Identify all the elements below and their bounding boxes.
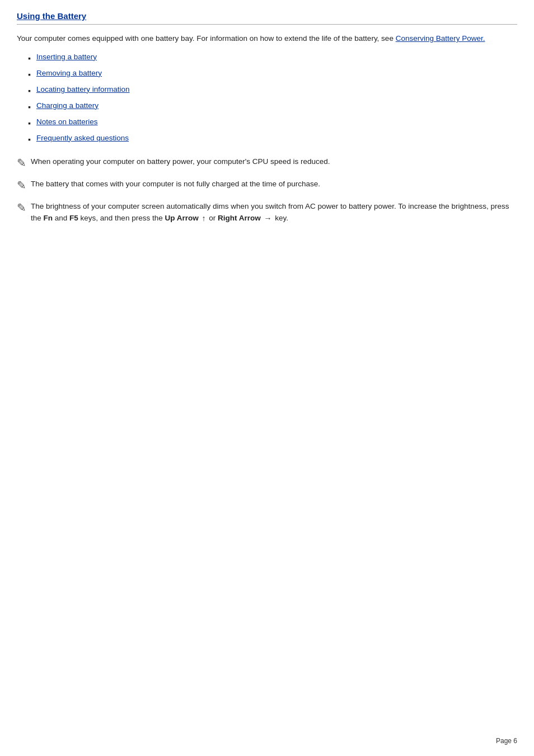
list-item: Notes on batteries bbox=[28, 118, 517, 129]
right-arrow-icon: → bbox=[264, 212, 271, 224]
up-arrow-icon: ↑ bbox=[202, 212, 205, 224]
note-text-2: The battery that comes with your compute… bbox=[31, 178, 320, 190]
notes-batteries-link[interactable]: Notes on batteries bbox=[36, 118, 98, 126]
bullet-list: Inserting a battery Removing a battery L… bbox=[28, 53, 517, 145]
conserving-battery-link[interactable]: Conserving Battery Power. bbox=[396, 34, 485, 43]
note-block-2: ✎ The battery that comes with your compu… bbox=[17, 178, 517, 192]
list-item: Charging a battery bbox=[28, 101, 517, 113]
inserting-battery-link[interactable]: Inserting a battery bbox=[36, 53, 97, 61]
removing-battery-link[interactable]: Removing a battery bbox=[36, 69, 102, 77]
note-text-3: The brightness of your computer screen a… bbox=[31, 200, 517, 225]
list-item: Inserting a battery bbox=[28, 53, 517, 64]
note-icon-2: ✎ bbox=[17, 178, 26, 192]
list-item: Frequently asked questions bbox=[28, 134, 517, 145]
charging-battery-link[interactable]: Charging a battery bbox=[36, 101, 99, 110]
note-block-3: ✎ The brightness of your computer screen… bbox=[17, 200, 517, 225]
page-title: Using the Battery bbox=[17, 11, 517, 25]
faq-link[interactable]: Frequently asked questions bbox=[36, 134, 129, 142]
page-container: Using the Battery Your computer comes eq… bbox=[0, 0, 534, 266]
note-icon-3: ✎ bbox=[17, 200, 26, 215]
page-footer: Page 6 bbox=[496, 737, 517, 745]
note-text-1: When operating your computer on battery … bbox=[31, 156, 330, 168]
list-item: Removing a battery bbox=[28, 69, 517, 81]
note-icon-1: ✎ bbox=[17, 156, 26, 170]
intro-paragraph: Your computer comes equipped with one ba… bbox=[17, 32, 517, 45]
page-number: Page 6 bbox=[496, 737, 517, 745]
intro-text: Your computer comes equipped with one ba… bbox=[17, 34, 394, 43]
list-item: Locating battery information bbox=[28, 85, 517, 97]
note-block-1: ✎ When operating your computer on batter… bbox=[17, 156, 517, 170]
locating-battery-link[interactable]: Locating battery information bbox=[36, 85, 130, 93]
